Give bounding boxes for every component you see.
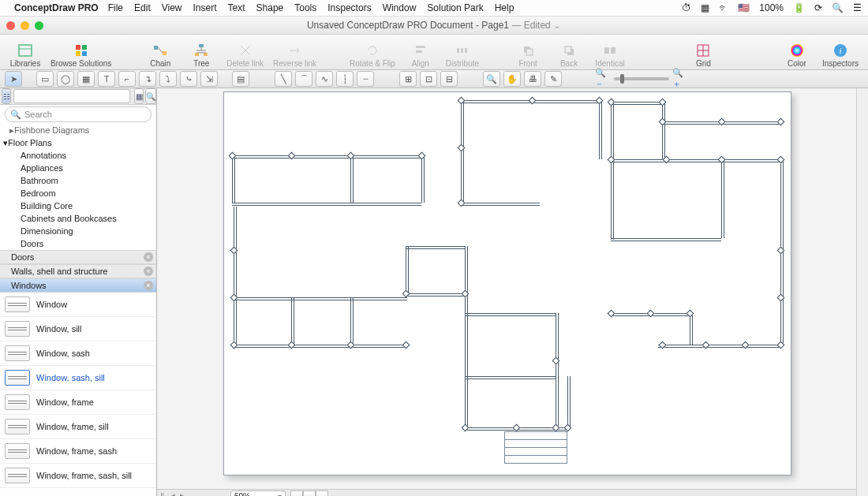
shape-window-sash-sill[interactable]: Window, sash, sill xyxy=(0,366,156,390)
tree-item-floorplans[interactable]: ▾ Floor Plans xyxy=(0,136,156,149)
menu-window[interactable]: Window xyxy=(383,2,417,13)
zoom-out-button[interactable]: 🔍－ xyxy=(595,72,611,86)
wifi-icon[interactable]: ᯤ xyxy=(719,2,728,13)
libraries-button[interactable]: Libraries xyxy=(5,43,46,68)
connector3-tool[interactable]: ⤵ xyxy=(159,71,177,87)
menu-insert[interactable]: Insert xyxy=(193,2,217,13)
tree-item-fishbone[interactable]: ▸ Fishbone Diagrams xyxy=(0,124,156,136)
tree-button[interactable]: Tree xyxy=(181,43,222,68)
arc-tool[interactable]: ⌒ xyxy=(295,71,312,87)
shape-window-frame[interactable]: Window, frame xyxy=(0,390,156,415)
tree-item-annotations[interactable]: Annotations xyxy=(0,149,156,162)
menu-tools[interactable]: Tools xyxy=(294,2,316,13)
scroll-left-icon[interactable]: ‖ xyxy=(160,492,164,497)
alarm-icon[interactable]: ⏱ xyxy=(682,2,691,13)
right-scrollbar[interactable] xyxy=(856,88,868,496)
text-tool[interactable]: T xyxy=(98,71,115,87)
view-zoom-tool[interactable]: 🔍 xyxy=(483,71,500,87)
connector4-tool[interactable]: ⤷ xyxy=(180,71,197,87)
library-tree-tab[interactable]: ☷ xyxy=(2,88,11,104)
chain-button[interactable]: Chain xyxy=(140,43,181,68)
menu-inspectors[interactable]: Inspectors xyxy=(327,2,371,13)
curve-tool[interactable]: ∿ xyxy=(316,71,333,87)
open-lib-walls[interactable]: Walls, shell and structure× xyxy=(0,264,156,278)
zoom-in-button[interactable]: 🔍＋ xyxy=(672,72,688,86)
connector5-tool[interactable]: ⇲ xyxy=(200,71,218,87)
snap1-tool[interactable]: ⊞ xyxy=(399,71,417,87)
tree-item-bedroom[interactable]: Bedroom xyxy=(0,187,156,200)
connector2-tool[interactable]: ↴ xyxy=(139,71,156,87)
page-next-icon[interactable]: ▶ xyxy=(180,492,186,497)
open-lib-doors[interactable]: Doors× xyxy=(0,250,156,264)
tree-item-buildingcore[interactable]: Building Core xyxy=(0,200,156,212)
browse-solutions-button[interactable]: Browse Solutions xyxy=(46,43,116,68)
zoom-input[interactable]: 50%▾ xyxy=(230,490,286,497)
vguide-tool[interactable]: ┆ xyxy=(336,71,354,87)
battery-icon[interactable]: 🔋 xyxy=(793,2,805,13)
menu-file[interactable]: File xyxy=(108,2,123,13)
menu-text[interactable]: Text xyxy=(228,2,245,13)
close-window-button[interactable] xyxy=(6,21,15,30)
line-tool[interactable]: ╲ xyxy=(275,71,292,87)
menu-shape[interactable]: Shape xyxy=(256,2,284,13)
menu-edit[interactable]: Edit xyxy=(134,2,151,13)
library-path-input[interactable] xyxy=(13,89,130,103)
menu-help[interactable]: Help xyxy=(495,2,514,13)
mac-menubar: ConceptDraw PRO File Edit View Insert Te… xyxy=(0,0,868,17)
connector1-tool[interactable]: ⌐ xyxy=(118,71,136,87)
tree-item-cabinets[interactable]: Cabinets and Bookcases xyxy=(0,212,156,225)
sync-icon[interactable]: ⟳ xyxy=(814,2,822,13)
rect-tool[interactable]: ▭ xyxy=(36,71,54,87)
tree-item-dimensioning[interactable]: Dimensioning xyxy=(0,225,156,237)
open-lib-windows[interactable]: Windows× xyxy=(0,278,156,293)
tree-item-doors[interactable]: Doors xyxy=(0,237,156,250)
shape-window[interactable]: Window xyxy=(0,293,156,317)
color-button[interactable]: Color xyxy=(776,43,817,68)
page-tabs[interactable] xyxy=(290,490,328,497)
minimize-window-button[interactable] xyxy=(21,21,29,30)
window-edited-label: — Edited xyxy=(511,20,550,31)
print-tool[interactable]: 🖶 xyxy=(524,71,541,87)
snap2-tool[interactable]: ⊡ xyxy=(420,71,437,87)
tree-item-bathroom[interactable]: Bathroom xyxy=(0,174,156,187)
menu-solutionpark[interactable]: Solution Park xyxy=(427,2,483,13)
library-search-input[interactable]: 🔍 Search xyxy=(5,106,152,122)
pan-tool[interactable]: ✋ xyxy=(503,71,521,87)
close-icon[interactable]: × xyxy=(144,252,153,262)
layouts-icon[interactable]: ▦ xyxy=(701,2,709,13)
shape-window-frame-sash-sill[interactable]: Window, frame, sash, sill xyxy=(0,464,156,488)
page-setup-tool[interactable]: ▤ xyxy=(232,71,249,87)
menu-icon[interactable]: ☰ xyxy=(853,2,862,13)
drawing-canvas[interactable] xyxy=(157,88,856,489)
menu-view[interactable]: View xyxy=(162,2,182,13)
zoom-slider[interactable] xyxy=(614,77,669,80)
svg-rect-21 xyxy=(465,48,467,53)
grid-button[interactable]: Grid xyxy=(683,43,724,68)
page[interactable] xyxy=(223,91,791,475)
svg-rect-6 xyxy=(154,46,158,50)
page-prev-icon[interactable]: ◀ xyxy=(169,492,175,497)
close-icon[interactable]: × xyxy=(144,267,153,276)
shape-window-sill[interactable]: Window, sill xyxy=(0,317,156,341)
tree-item-appliances[interactable]: Appliances xyxy=(0,162,156,174)
shape-window-frame-sill[interactable]: Window, frame, sill xyxy=(0,415,156,439)
spotlight-icon[interactable]: 🔍 xyxy=(832,2,844,13)
library-grid-tab[interactable]: ▦ xyxy=(134,88,144,104)
snap3-tool[interactable]: ⊟ xyxy=(440,71,458,87)
tools-toolbar: ➤ ▭ ◯ ▦ T ⌐ ↴ ⤵ ⤷ ⇲ ▤ ╲ ⌒ ∿ ┆ ┈ ⊞ ⊡ ⊟ 🔍 … xyxy=(0,70,868,88)
close-icon[interactable]: × xyxy=(144,281,153,290)
rotate-flip-button: Rotate & Flip xyxy=(345,43,400,68)
grid-tool[interactable]: ▦ xyxy=(77,71,95,87)
ellipse-tool[interactable]: ◯ xyxy=(57,71,74,87)
zoom-window-button[interactable] xyxy=(35,21,43,30)
app-name[interactable]: ConceptDraw PRO xyxy=(14,2,99,13)
edit-tool[interactable]: ✎ xyxy=(544,71,562,87)
hguide-tool[interactable]: ┈ xyxy=(357,71,374,87)
inspectors-button[interactable]: iInspectors xyxy=(817,43,863,68)
shape-window-frame-sash[interactable]: Window, frame, sash xyxy=(0,439,156,464)
library-search-tab[interactable]: 🔍 xyxy=(145,88,156,104)
title-chevron-icon[interactable]: ⌄ xyxy=(553,20,561,31)
flag-icon[interactable]: 🇺🇸 xyxy=(738,2,750,13)
shape-window-sash[interactable]: Window, sash xyxy=(0,341,156,366)
pointer-tool[interactable]: ➤ xyxy=(5,71,22,87)
